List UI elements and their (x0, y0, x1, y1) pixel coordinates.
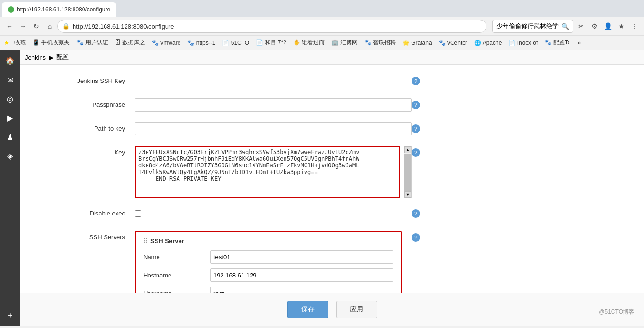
bookmark-apache[interactable]: 🌐 Apache (471, 39, 505, 47)
breadcrumb-separator: ▶ (49, 54, 53, 61)
bookmark-db[interactable]: 🗄 数据库之 (112, 38, 148, 48)
ssh-key-row: Jenkins SSH Key ? (49, 74, 630, 90)
key-help-icon[interactable]: ? (412, 148, 420, 157)
path-to-key-input[interactable] (135, 122, 412, 135)
user-icon[interactable]: 👤 (602, 20, 613, 32)
tab-favicon (8, 6, 14, 13)
search-text: 少年偷偷修行武林绝学 (496, 22, 559, 31)
forward-button[interactable]: → (17, 20, 29, 32)
bookmark-vmware[interactable]: 🐾 vmware (149, 39, 183, 47)
bookmark-bar: ★ 收藏 📱 手机收藏夹 🐾 用户认证 🗄 数据库之 🐾 vmware 🐾 ht… (0, 35, 644, 50)
ssh-hostname-input[interactable] (210, 268, 393, 282)
bookmark-auth[interactable]: 🐾 用户认证 (74, 38, 111, 48)
ssh-name-input[interactable] (210, 250, 393, 264)
disable-exec-row: Disable exec ? (49, 207, 630, 222)
sidebar: 🏠 ✉ ◎ ▶ ♟ ◈ ＋ (0, 50, 20, 326)
search-box[interactable]: 少年偷偷修行武林绝学 🔍 (492, 20, 573, 33)
passphrase-label: Passphrase (49, 98, 135, 108)
ssh-name-row: Name (143, 250, 393, 264)
bookmark-index[interactable]: 📄 Index of (506, 39, 540, 47)
bookmark-star-icon: ★ (4, 39, 10, 46)
form-section: Jenkins SSH Key ? Passphrase ? Path to k… (20, 65, 644, 326)
drag-handle-icon: ⠿ (143, 238, 148, 245)
sidebar-media-icon[interactable]: ◈ (1, 147, 19, 164)
ssh-server-title: ⠿ SSH Server (143, 237, 393, 245)
home-button[interactable]: ⌂ (44, 20, 55, 32)
bookmark-who[interactable]: ✋ 谁看过而 (290, 38, 327, 48)
menu-icon[interactable]: ⋮ (629, 20, 640, 32)
path-to-key-row: Path to key ? (49, 122, 630, 137)
tab-label: http://192.168.61.128:8080/configure (17, 6, 110, 13)
bookmark-https[interactable]: 🐾 https--1 (184, 39, 218, 47)
passphrase-control (135, 98, 412, 112)
search-icon: 🔍 (561, 23, 569, 30)
key-control: z3eYFEUxXSNcTc/GQ3ErjKZLWPPmr3wqhrxSVwf5… (135, 146, 412, 198)
scrollbar-thumb (404, 154, 411, 191)
ssh-key-help-icon[interactable]: ? (412, 77, 420, 85)
passphrase-help-icon[interactable]: ? (412, 101, 420, 109)
ssh-key-label: Jenkins SSH Key (49, 74, 135, 84)
path-to-key-help-icon[interactable]: ? (412, 124, 420, 133)
key-textarea[interactable]: z3eYFEUxXSNcTc/GQ3ErjKZLWPPmr3wqhrxSVwf5… (135, 146, 400, 198)
address-text: http://192.168.61.128:8080/configure (73, 23, 174, 30)
bookmark-config[interactable]: 🐾 配置To (541, 38, 573, 48)
sidebar-play-icon[interactable]: ▶ (1, 109, 19, 126)
breadcrumb-home[interactable]: Jenkins (25, 54, 46, 61)
ssh-servers-help-icon[interactable]: ? (412, 233, 420, 242)
key-row: Key z3eYFEUxXSNcTc/GQ3ErjKZLWPPmr3wqhrxS… (49, 146, 630, 198)
watermark: @51CTO博客 (599, 308, 634, 316)
disable-exec-checkbox-wrap (135, 207, 141, 220)
scrollbar-down[interactable]: ▼ (404, 191, 411, 198)
sidebar-game-icon[interactable]: ♟ (1, 128, 19, 145)
active-tab[interactable]: http://192.168.61.128:8080/configure (2, 2, 116, 17)
breadcrumb-current: 配置 (56, 53, 69, 62)
extensions-icon[interactable]: ⚙ (589, 20, 600, 32)
ssh-hostname-row: Hostname (143, 268, 393, 282)
page-wrapper: 🏠 ✉ ◎ ▶ ♟ ◈ ＋ Jenkins ▶ 配置 Jenkins SSH K… (0, 50, 644, 326)
ssh-name-label: Name (143, 254, 210, 261)
bookmark-vcenter[interactable]: 🐾 vCenter (436, 39, 470, 47)
bookmark-grafana[interactable]: 🌟 Grafana (400, 39, 435, 47)
reload-button[interactable]: ↻ (31, 20, 42, 32)
bookmark-mobile[interactable]: 📱 手机收藏夹 (30, 38, 73, 48)
save-button[interactable]: 保存 (287, 301, 328, 318)
key-label: Key (49, 146, 135, 156)
back-button[interactable]: ← (4, 20, 15, 32)
footer-buttons: 保存 应用 @51CTO博客 (20, 293, 644, 326)
bookmark-hemu[interactable]: 📄 和目 7*2 (253, 38, 289, 48)
sidebar-mail-icon[interactable]: ✉ (1, 71, 19, 88)
scissors-icon[interactable]: ✂ (575, 20, 587, 32)
passphrase-input[interactable] (135, 98, 412, 112)
apply-button[interactable]: 应用 (336, 301, 377, 318)
main-content: Jenkins ▶ 配置 Jenkins SSH Key ? Passphras… (20, 50, 644, 326)
bookmark-recruit[interactable]: 🐾 智联招聘 (361, 38, 399, 48)
passphrase-row: Passphrase ? (49, 98, 630, 113)
bookmark-51cto[interactable]: 📄 51CTO (219, 39, 252, 47)
breadcrumb: Jenkins ▶ 配置 (20, 50, 644, 65)
sidebar-add-icon[interactable]: ＋ (1, 307, 19, 324)
disable-exec-help-icon[interactable]: ? (412, 209, 420, 218)
scrollbar-up[interactable]: ▲ (404, 146, 411, 153)
ssh-hostname-label: Hostname (143, 272, 210, 279)
bookmark-more[interactable]: » (574, 39, 583, 47)
disable-exec-control (135, 207, 412, 220)
bookmark-hbw[interactable]: 🏢 汇博网 (328, 38, 360, 48)
secure-icon: 🔒 (63, 23, 70, 30)
path-to-key-control (135, 122, 412, 135)
tab-bar: http://192.168.61.128:8080/configure (0, 0, 644, 17)
sidebar-home-icon[interactable]: 🏠 (1, 52, 19, 69)
key-scrollbar[interactable]: ▲ ▼ (404, 146, 412, 198)
nav-bar: ← → ↻ ⌂ 🔒 http://192.168.61.128:8080/con… (0, 17, 644, 35)
ssh-server-title-text: SSH Server (150, 237, 184, 245)
favorites-icon[interactable]: ★ (615, 20, 627, 32)
ssh-servers-label: SSH Servers (49, 231, 135, 241)
browser-chrome: http://192.168.61.128:8080/configure ← →… (0, 0, 644, 50)
path-to-key-label: Path to key (49, 122, 135, 132)
disable-exec-label: Disable exec (49, 207, 135, 217)
sidebar-circle-icon[interactable]: ◎ (1, 90, 19, 107)
disable-exec-checkbox[interactable] (135, 210, 141, 217)
address-bar[interactable]: 🔒 http://192.168.61.128:8080/configure (57, 20, 486, 33)
bookmark-favorites[interactable]: 收藏 (11, 38, 29, 48)
